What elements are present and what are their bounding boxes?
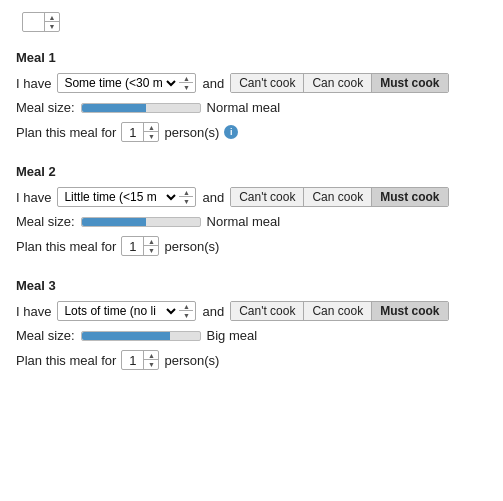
meal-2-i-have-label: I have xyxy=(16,190,51,205)
meal-section-3: Meal 3I haveSome time (<30 mLittle time … xyxy=(16,278,487,370)
meal-3-size-label: Meal size: xyxy=(16,328,75,343)
meal-1-cook-btn-2[interactable]: Must cook xyxy=(372,74,447,92)
meal-3-i-have-label: I have xyxy=(16,304,51,319)
meal-1-persons-label: person(s) xyxy=(164,125,219,140)
meal-3-time-down[interactable]: ▼ xyxy=(179,311,193,320)
meal-1-time-dropdown[interactable]: Some time (<30 mLittle time (<15 mLots o… xyxy=(60,74,179,92)
meal-3-cook-btn-group[interactable]: Can't cookCan cookMust cook xyxy=(230,301,448,321)
meal-3-persons-up[interactable]: ▲ xyxy=(144,351,158,360)
meal-1-size-text: Normal meal xyxy=(207,100,281,115)
meal-1-time-cook-row: I haveSome time (<30 mLittle time (<15 m… xyxy=(16,73,487,93)
meal-3-time-dropdown[interactable]: Some time (<30 mLittle time (<15 mLots o… xyxy=(60,302,179,320)
meal-2-persons-value: 1 xyxy=(122,237,144,255)
meal-3-plan-label: Plan this meal for xyxy=(16,353,116,368)
meal-3-persons-down[interactable]: ▼ xyxy=(144,360,158,369)
meal-3-persons-label: person(s) xyxy=(164,353,219,368)
meal-2-cook-btn-group[interactable]: Can't cookCan cookMust cook xyxy=(230,187,448,207)
meal-1-info-icon[interactable]: i xyxy=(224,125,238,139)
meal-2-time-down[interactable]: ▼ xyxy=(179,197,193,206)
meal-2-title: Meal 2 xyxy=(16,164,487,179)
meal-2-slider-fill xyxy=(82,218,147,226)
meal-1-persons-value: 1 xyxy=(122,123,144,141)
meal-1-persons-down[interactable]: ▼ xyxy=(144,132,158,141)
meal-2-time-arrows[interactable]: ▲▼ xyxy=(179,188,193,206)
meal-3-cook-btn-1[interactable]: Can cook xyxy=(304,302,372,320)
meal-3-persons-value: 1 xyxy=(122,351,144,369)
meal-2-persons-up[interactable]: ▲ xyxy=(144,237,158,246)
meal-2-cook-btn-0[interactable]: Can't cook xyxy=(231,188,304,206)
meal-1-size-row: Meal size:Normal meal xyxy=(16,100,487,115)
meal-1-cook-btn-group[interactable]: Can't cookCan cookMust cook xyxy=(230,73,448,93)
meals-count-value xyxy=(23,13,45,31)
meal-2-time-dropdown[interactable]: Some time (<30 mLittle time (<15 mLots o… xyxy=(60,188,179,206)
meal-2-and-label: and xyxy=(202,190,224,205)
meal-1-time-down[interactable]: ▼ xyxy=(179,83,193,92)
meal-1-plan-label: Plan this meal for xyxy=(16,125,116,140)
meal-2-size-row: Meal size:Normal meal xyxy=(16,214,487,229)
spinner-up-arrow[interactable]: ▲ xyxy=(45,13,59,22)
spinner-down-arrow[interactable]: ▼ xyxy=(45,22,59,31)
meal-1-size-label: Meal size: xyxy=(16,100,75,115)
meal-3-time-up[interactable]: ▲ xyxy=(179,302,193,311)
meal-2-persons-down[interactable]: ▼ xyxy=(144,246,158,255)
meal-3-time-cook-row: I haveSome time (<30 mLittle time (<15 m… xyxy=(16,301,487,321)
meal-2-persons-label: person(s) xyxy=(164,239,219,254)
meal-3-persons-arrows[interactable]: ▲▼ xyxy=(144,351,158,369)
meal-1-plan-row: Plan this meal for1▲▼person(s)i xyxy=(16,122,487,142)
meal-3-size-text: Big meal xyxy=(207,328,258,343)
spinner-arrows[interactable]: ▲ ▼ xyxy=(45,13,59,31)
meal-1-and-label: and xyxy=(202,76,224,91)
meal-1-time-arrows[interactable]: ▲▼ xyxy=(179,74,193,92)
meal-2-time-up[interactable]: ▲ xyxy=(179,188,193,197)
meal-2-persons-arrows[interactable]: ▲▼ xyxy=(144,237,158,255)
meals-container: Meal 1I haveSome time (<30 mLittle time … xyxy=(16,50,487,370)
meal-2-plan-row: Plan this meal for1▲▼person(s) xyxy=(16,236,487,256)
meals-per-day-spinner[interactable]: ▲ ▼ xyxy=(22,12,60,32)
meal-2-plan-label: Plan this meal for xyxy=(16,239,116,254)
meal-section-2: Meal 2I haveSome time (<30 mLittle time … xyxy=(16,164,487,256)
meal-1-persons-arrows[interactable]: ▲▼ xyxy=(144,123,158,141)
meal-1-i-have-label: I have xyxy=(16,76,51,91)
meal-3-size-row: Meal size:Big meal xyxy=(16,328,487,343)
meal-3-title: Meal 3 xyxy=(16,278,487,293)
meal-2-cook-btn-1[interactable]: Can cook xyxy=(304,188,372,206)
meal-1-slider-fill xyxy=(82,104,147,112)
meal-2-time-cook-row: I haveSome time (<30 mLittle time (<15 m… xyxy=(16,187,487,207)
meal-3-plan-row: Plan this meal for1▲▼person(s) xyxy=(16,350,487,370)
meal-3-persons-spinner[interactable]: 1▲▼ xyxy=(121,350,159,370)
meal-2-time-select[interactable]: Some time (<30 mLittle time (<15 mLots o… xyxy=(57,187,196,207)
meal-2-size-label: Meal size: xyxy=(16,214,75,229)
meal-3-cook-btn-2[interactable]: Must cook xyxy=(372,302,447,320)
meal-1-slider-track[interactable] xyxy=(81,103,201,113)
meal-1-persons-spinner[interactable]: 1▲▼ xyxy=(121,122,159,142)
meal-2-size-text: Normal meal xyxy=(207,214,281,229)
meal-2-slider-track[interactable] xyxy=(81,217,201,227)
meal-1-time-select[interactable]: Some time (<30 mLittle time (<15 mLots o… xyxy=(57,73,196,93)
meal-3-slider-track[interactable] xyxy=(81,331,201,341)
meal-2-persons-spinner[interactable]: 1▲▼ xyxy=(121,236,159,256)
meal-1-persons-up[interactable]: ▲ xyxy=(144,123,158,132)
meal-3-and-label: and xyxy=(202,304,224,319)
meal-1-cook-btn-0[interactable]: Can't cook xyxy=(231,74,304,92)
meal-2-cook-btn-2[interactable]: Must cook xyxy=(372,188,447,206)
meal-3-cook-btn-0[interactable]: Can't cook xyxy=(231,302,304,320)
meal-1-time-up[interactable]: ▲ xyxy=(179,74,193,83)
meal-3-time-arrows[interactable]: ▲▼ xyxy=(179,302,193,320)
meal-3-time-select[interactable]: Some time (<30 mLittle time (<15 mLots o… xyxy=(57,301,196,321)
meal-1-title: Meal 1 xyxy=(16,50,487,65)
meal-3-slider-fill xyxy=(82,332,171,340)
meal-section-1: Meal 1I haveSome time (<30 mLittle time … xyxy=(16,50,487,142)
meal-1-cook-btn-1[interactable]: Can cook xyxy=(304,74,372,92)
